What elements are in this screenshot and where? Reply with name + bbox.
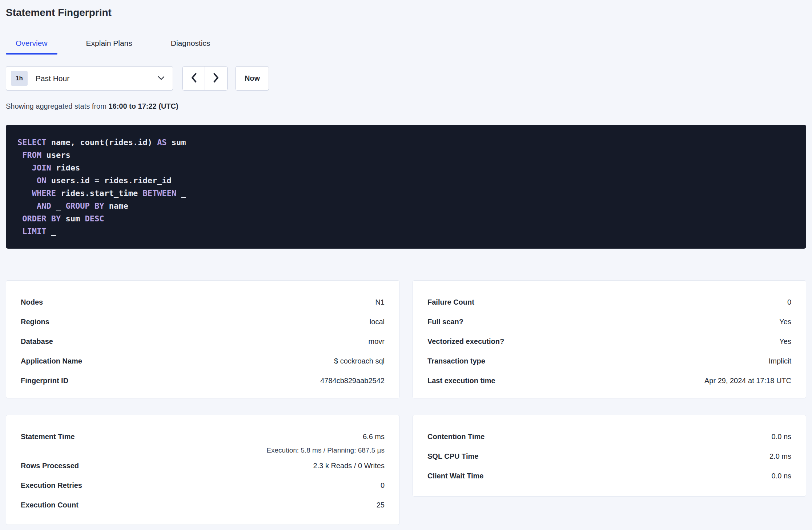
row-value: movr: [369, 337, 385, 346]
info-row-execution-retries: Execution Retries 0: [21, 475, 385, 495]
row-label: Contention Time: [427, 433, 485, 441]
row-label: Transaction type: [427, 357, 485, 365]
top-cards-row: Nodes N1 Regions local Database movr App…: [6, 280, 806, 398]
page-title: Statement Fingerprint: [6, 7, 806, 19]
statement-time-breakdown: Execution: 5.8 ms / Planning: 687.5 µs: [21, 446, 385, 456]
info-row-full-scan: Full scan? Yes: [427, 312, 791, 332]
info-row-statement-time: Statement Time 6.6 ms: [21, 427, 385, 446]
application-name-link[interactable]: $ cockroach sql: [334, 357, 385, 365]
row-subvalue: Execution: 5.8 ms / Planning: 687.5 µs: [266, 446, 385, 454]
row-label: Statement Time: [21, 433, 75, 441]
row-value: Yes: [779, 337, 791, 346]
row-label: Failure Count: [427, 298, 474, 306]
row-value: 25: [377, 501, 385, 509]
time-range-label: Past Hour: [36, 74, 158, 83]
row-value: Yes: [779, 318, 791, 326]
row-value: 0.0 ns: [772, 433, 791, 441]
row-value: Implicit: [769, 357, 791, 365]
statement-attributes-card: Failure Count 0 Full scan? Yes Vectorize…: [413, 280, 806, 398]
tab-diagnostics[interactable]: Diagnostics: [161, 33, 220, 54]
info-row-nodes: Nodes N1: [21, 292, 385, 312]
statement-timing-card: Statement Time 6.6 ms Execution: 5.8 ms …: [6, 415, 399, 525]
info-row-failure-count: Failure Count 0: [427, 292, 791, 312]
row-label: Fingerprint ID: [21, 377, 68, 385]
info-row-contention-time: Contention Time 0.0 ns: [427, 427, 791, 446]
statement-fingerprint-page: Statement Fingerprint Overview Explain P…: [0, 7, 812, 525]
previous-time-window-button[interactable]: [183, 67, 205, 90]
now-button[interactable]: Now: [236, 66, 269, 91]
row-value: 4784cb829aab2542: [320, 377, 385, 385]
time-controls: 1h Past Hour Now: [6, 66, 806, 91]
chevron-down-icon: [158, 75, 165, 82]
row-label: Execution Count: [21, 501, 79, 509]
sql-statement: SELECT name, count(rides.id) AS sum FROM…: [6, 125, 806, 249]
node-link[interactable]: N1: [375, 298, 385, 306]
tab-explain-plans[interactable]: Explain Plans: [76, 33, 142, 54]
info-row-database: Database movr: [21, 332, 385, 351]
wait-time-card: Contention Time 0.0 ns SQL CPU Time 2.0 …: [413, 415, 806, 497]
info-row-rows-processed: Rows Processed 2.3 k Reads / 0 Writes: [21, 456, 385, 475]
row-label: Last execution time: [427, 377, 495, 385]
row-label: Vectorized execution?: [427, 337, 504, 346]
info-row-execution-count: Execution Count 25: [21, 495, 385, 515]
row-value: 0: [381, 481, 385, 490]
row-value: Apr 29, 2024 at 17:18 UTC: [704, 377, 791, 385]
row-label: Database: [21, 337, 53, 346]
statement-details-card: Nodes N1 Regions local Database movr App…: [6, 280, 399, 398]
info-row-last-execution-time: Last execution time Apr 29, 2024 at 17:1…: [427, 371, 791, 390]
aggregated-stats-prefix: Showing aggregated stats from: [6, 102, 108, 110]
aggregated-stats-caption: Showing aggregated stats from 16:00 to 1…: [6, 101, 806, 111]
row-label: SQL CPU Time: [427, 452, 478, 461]
info-row-vectorized-execution: Vectorized execution? Yes: [427, 332, 791, 351]
row-label: Full scan?: [427, 318, 463, 326]
interval-badge: 1h: [11, 71, 28, 86]
info-row-sql-cpu-time: SQL CPU Time 2.0 ms: [427, 446, 791, 466]
chevron-left-icon: [191, 73, 197, 84]
chevron-right-icon: [213, 73, 219, 84]
row-value: 6.6 ms: [363, 433, 385, 441]
time-interval-picker[interactable]: 1h Past Hour: [6, 66, 173, 91]
bottom-cards-row: Statement Time 6.6 ms Execution: 5.8 ms …: [6, 415, 806, 525]
row-value: local: [370, 318, 385, 326]
row-label: Application Name: [21, 357, 82, 365]
row-value: 0.0 ns: [772, 472, 791, 480]
tab-overview[interactable]: Overview: [6, 33, 57, 54]
row-label: Rows Processed: [21, 462, 79, 470]
next-time-window-button[interactable]: [205, 67, 227, 90]
tab-bar: Overview Explain Plans Diagnostics: [6, 33, 806, 54]
info-row-fingerprint-id: Fingerprint ID 4784cb829aab2542: [21, 371, 385, 390]
row-label: Client Wait Time: [427, 472, 483, 480]
info-row-application-name: Application Name $ cockroach sql: [21, 351, 385, 371]
row-label: Regions: [21, 318, 49, 326]
info-row-transaction-type: Transaction type Implicit: [427, 351, 791, 371]
info-row-regions: Regions local: [21, 312, 385, 332]
row-value: 2.0 ms: [769, 452, 791, 461]
row-label: Nodes: [21, 298, 43, 306]
aggregated-stats-range: 16:00 to 17:22 (UTC): [108, 102, 178, 110]
row-value: 0: [787, 298, 791, 306]
row-label: Execution Retries: [21, 481, 82, 490]
row-value: 2.3 k Reads / 0 Writes: [313, 462, 385, 470]
time-window-nav: [182, 66, 228, 91]
info-row-client-wait-time: Client Wait Time 0.0 ns: [427, 466, 791, 486]
